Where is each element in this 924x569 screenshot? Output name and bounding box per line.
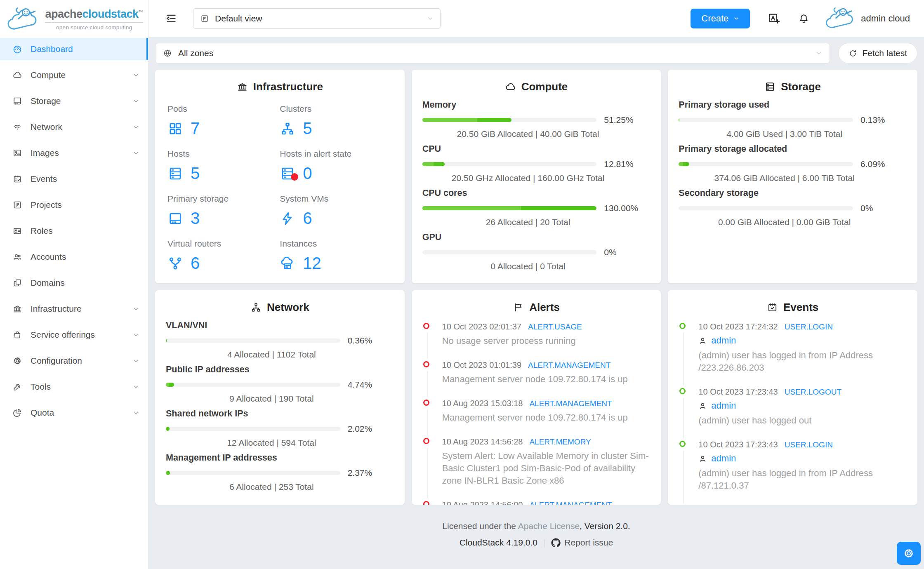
- progress-bar: [166, 471, 340, 475]
- sidebar-item-domains[interactable]: Domains: [0, 272, 148, 294]
- sidebar-item-storage[interactable]: Storage: [0, 90, 148, 112]
- sidebar-item-network[interactable]: Network: [0, 116, 148, 138]
- user-name[interactable]: admin cloud: [861, 13, 910, 24]
- sidebar-item-service-offerings[interactable]: Service offerings: [0, 324, 148, 346]
- stat-virtual-routers[interactable]: Virtual routers 6: [167, 239, 280, 273]
- events-timeline: 10 Oct 2023 17:24:32USER.LOGIN admin (ad…: [679, 320, 907, 505]
- alert-type-link[interactable]: ALERT.USAGE: [528, 322, 582, 332]
- progress-bar: [422, 206, 597, 210]
- event-type-link[interactable]: USER.LOGOUT: [785, 388, 842, 397]
- event-type-link[interactable]: USER.LOGIN: [785, 440, 833, 449]
- chevron-down-icon: [133, 384, 139, 390]
- sidebar-item-images[interactable]: Images: [0, 142, 148, 164]
- stat-pods[interactable]: Pods 7: [167, 104, 280, 138]
- stat-value: 5: [191, 164, 200, 183]
- create-button-label: Create: [701, 13, 728, 24]
- alert-type-link[interactable]: ALERT.MEMORY: [529, 437, 591, 447]
- gear-icon: [903, 547, 915, 560]
- cloud-icon: [12, 70, 22, 80]
- apache-license-link[interactable]: Apache License: [518, 521, 580, 531]
- stat-value: 12: [303, 254, 321, 273]
- pie-chart-icon: [12, 408, 22, 418]
- stat-label: Instances: [280, 239, 392, 249]
- sidebar-item-events[interactable]: Events: [0, 168, 148, 190]
- progress-section-vlan: VLAN/VNI 0.36% 4 Allocated | 1102 Total: [166, 320, 394, 360]
- report-issue-link[interactable]: Report issue: [551, 538, 613, 548]
- progress-caption: 12 Allocated | 594 Total: [166, 438, 377, 448]
- progress-caption: 6 Allocated | 253 Total: [166, 482, 377, 492]
- zone-select[interactable]: All zones: [155, 43, 830, 63]
- sidebar-item-configuration[interactable]: Configuration: [0, 350, 148, 372]
- progress-section-primary-allocated: Primary storage allocated 6.09% 374.06 G…: [679, 144, 907, 183]
- alert-type-link[interactable]: ALERT.MANAGEMENT: [529, 501, 612, 505]
- sidebar-item-projects[interactable]: Projects: [0, 194, 148, 216]
- avatar[interactable]: [825, 6, 857, 31]
- chevron-down-icon: [133, 124, 139, 130]
- notifications-bell-icon[interactable]: [798, 13, 810, 25]
- stat-system-vms[interactable]: System VMs 6: [280, 194, 392, 228]
- sidebar-item-label: Infrastructure: [31, 304, 82, 314]
- alert-type-link[interactable]: ALERT.MANAGEMENT: [528, 361, 610, 370]
- settings-fab-button[interactable]: [897, 542, 921, 565]
- progress-section-gpu: GPU 0% 0 Allocated | 0 Total: [422, 232, 651, 271]
- sidebar-item-compute[interactable]: Compute: [0, 64, 148, 86]
- stat-clusters[interactable]: Clusters 5: [280, 104, 392, 138]
- sidebar-item-label: Accounts: [31, 252, 66, 262]
- alert-item: 10 Oct 2023 02:01:37ALERT.USAGE No usage…: [423, 322, 651, 347]
- sidebar-item-infrastructure[interactable]: Infrastructure: [0, 298, 148, 320]
- report-issue-label: Report issue: [564, 538, 613, 548]
- menu-fold-icon[interactable]: [165, 12, 177, 25]
- sidebar-item-tools[interactable]: Tools: [0, 376, 148, 398]
- chevron-down-icon: [133, 332, 139, 338]
- progress-label: Shared network IPs: [166, 409, 394, 419]
- progress-bar: [679, 162, 853, 166]
- sidebar-item-label: Compute: [31, 70, 66, 80]
- database-alert-icon: [280, 166, 295, 181]
- alert-item: 10 Oct 2023 01:01:39ALERT.MANAGEMENT Man…: [423, 360, 651, 386]
- event-user-link[interactable]: admin: [711, 400, 736, 411]
- database-icon: [167, 166, 183, 181]
- event-timestamp: 10 Oct 2023 17:24:32: [698, 322, 778, 332]
- app-logo[interactable]: apachecloudstack™ open source cloud comp…: [0, 0, 148, 38]
- stat-hosts[interactable]: Hosts 5: [167, 149, 280, 183]
- alert-description: Management server node 109.72.80.174 is …: [442, 373, 651, 386]
- stat-primary-storage[interactable]: Primary storage 3: [167, 194, 280, 228]
- stat-hosts-alert[interactable]: Hosts in alert state 0: [280, 149, 392, 183]
- progress-section-secondary: Secondary storage 0% 0.00 GiB Allocated …: [679, 188, 907, 227]
- stat-label: System VMs: [280, 194, 392, 204]
- progress-bar: [166, 383, 340, 387]
- sidebar-item-roles[interactable]: Roles: [0, 220, 148, 242]
- event-user-link[interactable]: admin: [711, 335, 736, 346]
- event-user-link[interactable]: admin: [711, 453, 736, 464]
- alert-dot: [291, 173, 298, 181]
- storage-card: Storage Primary storage used 0.13% 4.00 …: [668, 70, 917, 283]
- progress-percent: 2.02%: [348, 424, 394, 434]
- progress-bar: [679, 118, 853, 122]
- sidebar-item-accounts[interactable]: Accounts: [0, 246, 148, 268]
- progress-percent: 0%: [604, 247, 650, 257]
- version-line: CloudStack 4.19.0.0 | Report issue: [155, 538, 917, 548]
- event-type-link[interactable]: USER.LOGIN: [785, 322, 833, 332]
- progress-label: GPU: [422, 232, 651, 242]
- storage-server-icon: [167, 211, 183, 226]
- progress-label: Memory: [422, 100, 651, 110]
- project-view-icon: [200, 14, 209, 23]
- create-button[interactable]: Create: [691, 9, 750, 28]
- sidebar-item-label: Service offerings: [31, 330, 95, 340]
- stat-instances[interactable]: Instances 12: [280, 239, 392, 273]
- chevron-down-icon: [133, 150, 139, 156]
- stat-value: 5: [303, 119, 312, 138]
- alert-timestamp: 10 Aug 2023 14:56:28: [442, 437, 523, 447]
- alert-timestamp: 10 Aug 2023 15:03:18: [442, 399, 523, 408]
- cluster-icon: [280, 121, 295, 136]
- stat-value: 6: [191, 254, 200, 273]
- progress-section-management-ips: Management IP addresses 2.37% 6 Allocate…: [166, 453, 394, 492]
- user-icon: [698, 454, 707, 463]
- sidebar-item-dashboard[interactable]: Dashboard: [0, 38, 148, 60]
- sidebar-item-quota[interactable]: Quota: [0, 402, 148, 424]
- translate-icon[interactable]: [767, 12, 780, 25]
- view-select[interactable]: Default view: [193, 8, 441, 29]
- alert-type-link[interactable]: ALERT.MANAGEMENT: [529, 399, 612, 408]
- fetch-latest-button[interactable]: Fetch latest: [838, 43, 917, 63]
- event-item: 10 Oct 2023 17:24:32USER.LOGIN admin (ad…: [679, 322, 907, 374]
